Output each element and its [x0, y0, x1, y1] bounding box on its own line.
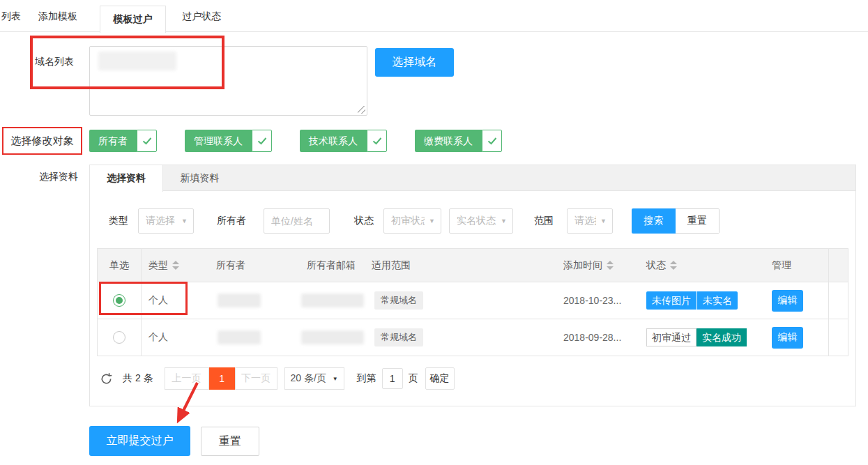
table-row: 个人 常规域名 2018-09-28... 初审通过 实名成功 编辑	[98, 319, 848, 356]
tab-template-transfer[interactable]: 模板过户	[100, 6, 166, 33]
goto-label: 到第	[357, 372, 376, 385]
row2-radio[interactable]	[113, 331, 125, 344]
header-radio: 单选	[98, 249, 142, 282]
scope-tag: 常规域名	[374, 328, 423, 346]
contact-admin-button[interactable]: 管理联系人	[185, 130, 272, 152]
table-row: 个人 常规域名 2018-10-23... 未传图片 未实名 编辑	[98, 282, 848, 319]
prev-page-button[interactable]: 上一页	[165, 367, 209, 390]
contact-type-buttons: 所有者 管理联系人 技术联系人 缴费联系人	[89, 130, 502, 152]
tab-transfer-status[interactable]: 过户状态	[182, 0, 221, 32]
domain-list-label: 域名列表	[35, 56, 78, 68]
redacted-email	[301, 330, 364, 344]
contact-technical-label: 技术联系人	[300, 130, 367, 152]
audit-status-value: 初审状态	[391, 215, 425, 227]
status-badge: 未传图片	[646, 291, 696, 310]
header-scope: 适用范围	[366, 249, 558, 282]
redacted-domain-text	[98, 52, 176, 70]
type-select[interactable]: 请选择 ▼	[138, 208, 194, 234]
type-select-value: 请选择	[146, 215, 177, 227]
footer-reset-button[interactable]: 重置	[201, 427, 259, 456]
row2-added-time: 2018-09-28...	[558, 319, 638, 356]
realname-status-select[interactable]: 实名状态 ▼	[449, 208, 513, 234]
profile-table: 单选 类型 所有者 所有者邮箱 适用范围 添加时间 状态 管理	[97, 248, 848, 356]
header-status[interactable]: 状态	[638, 249, 753, 282]
contact-admin-label: 管理联系人	[185, 130, 252, 152]
next-page-button[interactable]: 下一页	[235, 367, 277, 390]
refresh-icon[interactable]	[100, 372, 113, 386]
contact-technical-button[interactable]: 技术联系人	[300, 130, 387, 152]
filter-reset-button[interactable]: 重置	[676, 208, 719, 234]
panel-tab-new-profile[interactable]: 新填资料	[163, 165, 236, 191]
search-button[interactable]: 搜索	[632, 208, 676, 234]
caret-down-icon: ▼	[333, 376, 338, 382]
contact-owner-label: 所有者	[89, 130, 137, 152]
status-badge: 初审通过	[646, 328, 696, 346]
row1-added-time: 2018-10-23...	[558, 282, 638, 319]
header-type[interactable]: 类型	[142, 249, 211, 282]
header-added-time-label: 添加时间	[563, 259, 602, 272]
redacted-owner	[218, 294, 261, 307]
realname-status-value: 实名状态	[457, 215, 496, 227]
contact-billing-button[interactable]: 缴费联系人	[415, 130, 502, 152]
header-status-label: 状态	[646, 259, 666, 272]
sort-icon[interactable]	[607, 261, 614, 270]
range-select-value: 请选择	[574, 215, 596, 227]
redacted-owner	[218, 330, 261, 344]
panel-tab-select-profile[interactable]: 选择资料	[90, 165, 163, 192]
textarea-resize-handle[interactable]	[358, 106, 365, 114]
status-badge: 未实名	[697, 291, 738, 310]
redacted-email	[301, 294, 364, 307]
page: 列表 添加模板 模板过户 过户状态 域名列表 选择域名 选择修改对象 所有者 管…	[0, 0, 868, 465]
profile-section-label: 选择资料	[35, 171, 78, 183]
page-unit-label: 页	[409, 372, 418, 385]
contact-owner-button[interactable]: 所有者	[89, 130, 157, 152]
pagination: 共 2 条 上一页 1 下一页 20 条/页 ▼ 到第 页 确定	[100, 367, 455, 390]
filter-row: 类型 请选择 ▼ 所有者 状态 初审状态 ▼ 实名状态 ▼ 范围 请选择 ▼ 搜…	[109, 208, 719, 234]
current-page[interactable]: 1	[209, 367, 235, 390]
scope-tag: 常规域名	[374, 291, 423, 310]
tab-list[interactable]: 列表	[1, 0, 21, 32]
row1-edit-button[interactable]: 编辑	[772, 290, 803, 312]
goto-page-input[interactable]	[382, 368, 403, 389]
range-select[interactable]: 请选择 ▼	[567, 208, 613, 234]
range-filter-label: 范围	[534, 215, 554, 227]
row2-edit-button[interactable]: 编辑	[772, 327, 803, 349]
total-count: 共 2 条	[123, 372, 153, 385]
sort-icon[interactable]	[670, 261, 677, 270]
row1-status-badges: 未传图片 未实名	[646, 291, 738, 310]
select-domain-button[interactable]: 选择域名	[375, 48, 454, 77]
table-header-row: 单选 类型 所有者 所有者邮箱 适用范围 添加时间 状态 管理	[98, 249, 848, 282]
status-filter-label: 状态	[354, 215, 374, 227]
type-filter-label: 类型	[109, 215, 128, 227]
check-icon	[482, 130, 502, 152]
check-icon	[137, 130, 157, 152]
owner-search-input[interactable]	[264, 208, 330, 234]
goto-confirm-button[interactable]: 确定	[425, 367, 455, 390]
header-owner: 所有者	[211, 249, 301, 282]
caret-down-icon: ▼	[600, 218, 607, 224]
owner-filter-label: 所有者	[217, 215, 246, 227]
page-size-select[interactable]: 20 条/页 ▼	[284, 367, 344, 390]
panel-tab-bar: 选择资料 新填资料	[90, 165, 855, 191]
check-icon	[367, 130, 387, 152]
row1-type: 个人	[142, 282, 211, 319]
submit-transfer-button[interactable]: 立即提交过户	[89, 426, 190, 456]
tab-add-template[interactable]: 添加模板	[38, 0, 77, 32]
header-added-time[interactable]: 添加时间	[558, 249, 638, 282]
status-badge: 实名成功	[696, 328, 747, 346]
header-manage: 管理	[753, 249, 828, 282]
page-size-value: 20 条/页	[291, 372, 326, 385]
caret-down-icon: ▼	[429, 218, 435, 224]
contact-billing-label: 缴费联系人	[415, 130, 482, 152]
caret-down-icon: ▼	[501, 218, 507, 224]
sort-icon[interactable]	[172, 261, 179, 270]
header-owner-email: 所有者邮箱	[301, 249, 366, 282]
profile-panel: 选择资料 新填资料 类型 请选择 ▼ 所有者 状态 初审状态 ▼ 实名状态 ▼ …	[89, 165, 856, 406]
audit-status-select[interactable]: 初审状态 ▼	[383, 208, 441, 234]
row2-type: 个人	[142, 319, 211, 356]
row1-radio[interactable]	[113, 294, 125, 307]
check-icon	[252, 130, 272, 152]
header-type-label: 类型	[149, 259, 168, 272]
modify-target-label: 选择修改对象	[2, 127, 82, 155]
domain-list-textarea[interactable]	[89, 46, 367, 116]
